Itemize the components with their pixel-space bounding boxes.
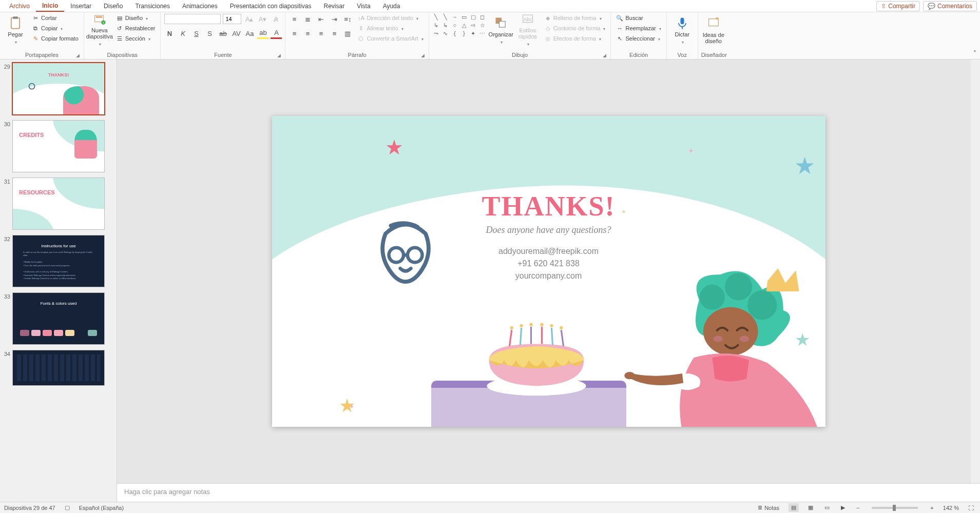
slide[interactable]: ★ ★ ★ ★ ✦ ✦ ✦ THANKS! Does anyone have a… bbox=[272, 116, 825, 427]
tab-insert[interactable]: Insertar bbox=[64, 1, 98, 11]
shape-effects-button[interactable]: ◎Efectos de forma bbox=[542, 34, 608, 43]
spacing-button[interactable]: AV bbox=[230, 28, 242, 39]
dictate-button[interactable]: Dictar bbox=[670, 13, 695, 47]
shape-star-icon[interactable]: ☆ bbox=[478, 22, 487, 29]
tab-help[interactable]: Ayuda bbox=[377, 1, 407, 11]
tab-design[interactable]: Diseño bbox=[98, 1, 129, 11]
bullets-button[interactable]: ≡ bbox=[289, 13, 300, 25]
shape-tri-icon[interactable]: △ bbox=[460, 22, 468, 29]
cut-button[interactable]: ✂Cortar bbox=[30, 13, 81, 23]
shapes-gallery[interactable]: ╲╲→▭▢◻ ↳↳○△⇨☆ ⤳∿{}✦⋯ bbox=[432, 13, 487, 37]
quick-styles-button[interactable]: Abc Estilos rápidos bbox=[515, 13, 540, 47]
underline-button[interactable]: S bbox=[190, 28, 202, 39]
shape-line2-icon[interactable]: ╲ bbox=[441, 13, 450, 21]
case-button[interactable]: Aa bbox=[244, 28, 255, 39]
shape-conn-icon[interactable]: ↳ bbox=[432, 22, 440, 29]
tab-view[interactable]: Vista bbox=[351, 1, 376, 11]
shape-more-icon[interactable]: ⋯ bbox=[478, 30, 487, 37]
text-direction-button[interactable]: ↕ADirección del texto bbox=[355, 13, 425, 23]
shape-oval-icon[interactable]: ○ bbox=[451, 22, 459, 29]
new-slide-button[interactable]: + Nueva diapositiva bbox=[87, 13, 112, 47]
find-button[interactable]: 🔍Buscar bbox=[614, 13, 663, 23]
vertical-scrollbar[interactable] bbox=[971, 60, 980, 483]
format-painter-button[interactable]: ✎Copiar formato bbox=[30, 34, 81, 43]
shape-rect3-icon[interactable]: ◻ bbox=[478, 13, 487, 21]
fit-to-window-button[interactable]: ⛶ bbox=[966, 505, 976, 511]
accessibility-button[interactable]: ▢ bbox=[63, 504, 72, 511]
comments-button[interactable]: 💬Comentarios bbox=[923, 1, 977, 11]
align-text-button[interactable]: ⇕Alinear texto bbox=[355, 24, 425, 33]
numbering-button[interactable]: ≣ bbox=[302, 13, 313, 25]
shape-outline-button[interactable]: ◇Contorno de forma bbox=[542, 24, 608, 33]
shape-rect-icon[interactable]: ▭ bbox=[460, 13, 468, 21]
shape-line-icon[interactable]: ╲ bbox=[432, 13, 440, 21]
select-button[interactable]: ↖Seleccionar bbox=[614, 34, 663, 43]
font-size-input[interactable] bbox=[223, 14, 241, 24]
tab-review[interactable]: Revisar bbox=[317, 1, 351, 11]
thumbnail-panel[interactable]: 29 THANKS! 30 CREDITS 31 RESOURCES bbox=[0, 60, 117, 502]
tab-transitions[interactable]: Transiciones bbox=[129, 1, 176, 11]
outdent-button[interactable]: ⇤ bbox=[315, 13, 326, 25]
tab-slideshow[interactable]: Presentación con diapositivas bbox=[224, 1, 318, 11]
font-launcher[interactable]: ◢ bbox=[277, 53, 281, 58]
decrease-font-icon[interactable]: A▾ bbox=[257, 13, 268, 25]
smartart-button[interactable]: ⬡Convertir a SmartArt bbox=[355, 34, 425, 43]
tab-home[interactable]: Inicio bbox=[36, 1, 64, 12]
highlight-button[interactable]: ab bbox=[257, 28, 268, 39]
reset-button[interactable]: ↺Restablecer bbox=[114, 24, 158, 33]
layout-button[interactable]: ▤Diseño bbox=[114, 13, 158, 23]
copy-button[interactable]: ⧉Copiar bbox=[30, 24, 81, 33]
thumbnail-33[interactable]: Fonts & colors used bbox=[12, 292, 105, 345]
thumbnail-31[interactable]: RESOURCES bbox=[12, 177, 105, 230]
align-left-button[interactable]: ≡ bbox=[289, 28, 300, 39]
view-normal-button[interactable]: ▤ bbox=[789, 503, 799, 512]
align-center-button[interactable]: ≡ bbox=[302, 28, 313, 39]
collapse-ribbon-icon[interactable]: ˄ bbox=[973, 50, 976, 57]
slide-title[interactable]: THANKS! bbox=[272, 190, 825, 222]
view-slideshow-button[interactable]: ▶ bbox=[839, 504, 847, 511]
paragraph-launcher[interactable]: ◢ bbox=[421, 53, 425, 58]
tab-file[interactable]: Archivo bbox=[3, 1, 36, 11]
clear-format-icon[interactable]: A̷ bbox=[270, 13, 281, 25]
columns-button[interactable]: ▥ bbox=[342, 28, 353, 39]
shape-conn2-icon[interactable]: ↳ bbox=[441, 22, 450, 29]
replace-button[interactable]: ↔Reemplazar bbox=[614, 24, 663, 33]
shape-arrow2-icon[interactable]: ⇨ bbox=[469, 22, 477, 29]
thumbnail-34[interactable] bbox=[12, 350, 105, 386]
shape-star2-icon[interactable]: ✦ bbox=[469, 30, 477, 37]
shape-fill-button[interactable]: ◆Relleno de forma bbox=[542, 13, 608, 23]
shape-free-icon[interactable]: ∿ bbox=[441, 30, 450, 37]
strike-button[interactable]: ab bbox=[217, 28, 228, 39]
tab-animations[interactable]: Animaciones bbox=[176, 1, 224, 11]
design-ideas-button[interactable]: Ideas de diseño bbox=[701, 13, 726, 47]
increase-font-icon[interactable]: A▴ bbox=[243, 13, 255, 25]
share-button[interactable]: ⇧Compartir bbox=[876, 1, 920, 11]
linespacing-button[interactable]: ≡↕ bbox=[342, 13, 353, 25]
notes-toggle-button[interactable]: ≣ Notas bbox=[756, 504, 781, 511]
shape-brace2-icon[interactable]: } bbox=[460, 30, 468, 37]
font-color-button[interactable]: A bbox=[271, 28, 282, 39]
shape-rect2-icon[interactable]: ▢ bbox=[469, 13, 477, 21]
shape-curve-icon[interactable]: ⤳ bbox=[432, 30, 440, 37]
thumbnail-29[interactable]: THANKS! bbox=[12, 63, 105, 115]
status-language[interactable]: Español (España) bbox=[79, 505, 124, 511]
section-button[interactable]: ☰Sección bbox=[114, 34, 158, 43]
thumbnail-30[interactable]: CREDITS bbox=[12, 120, 105, 172]
zoom-out-button[interactable]: − bbox=[854, 505, 861, 511]
font-name-input[interactable] bbox=[164, 14, 221, 24]
thumbnail-32[interactable]: Instructions for use In order to use thi… bbox=[12, 235, 105, 287]
paste-button[interactable]: Pegar bbox=[3, 13, 28, 47]
shape-brace-icon[interactable]: { bbox=[451, 30, 459, 37]
shape-arrow-icon[interactable]: → bbox=[451, 13, 459, 21]
drawing-launcher[interactable]: ◢ bbox=[603, 53, 606, 58]
view-reading-button[interactable]: ▭ bbox=[822, 504, 832, 511]
slide-subtitle[interactable]: Does anyone have any questions? bbox=[272, 225, 825, 235]
indent-button[interactable]: ⇥ bbox=[329, 13, 340, 25]
shadow-button[interactable]: S bbox=[204, 28, 215, 39]
notes-pane[interactable]: Haga clic para agregar notas bbox=[117, 483, 980, 502]
bold-button[interactable]: N bbox=[164, 28, 175, 39]
justify-button[interactable]: ≡ bbox=[329, 28, 340, 39]
italic-button[interactable]: K bbox=[177, 28, 188, 39]
zoom-in-button[interactable]: + bbox=[928, 505, 935, 511]
clipboard-launcher[interactable]: ◢ bbox=[76, 53, 80, 58]
